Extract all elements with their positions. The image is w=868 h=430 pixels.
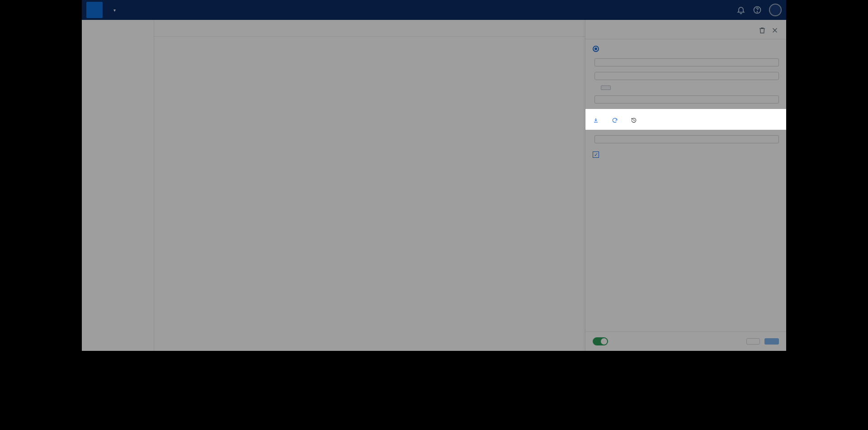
sp-metadata-input[interactable] — [594, 95, 779, 104]
avatar[interactable] — [769, 4, 782, 16]
bell-icon[interactable] — [736, 5, 745, 14]
history-icon — [631, 117, 637, 123]
save-button[interactable] — [764, 338, 779, 345]
rotate-icon — [612, 117, 618, 123]
sidebar-title — [85, 25, 151, 34]
trash-icon[interactable] — [758, 26, 766, 34]
choose-file-button[interactable] — [601, 85, 611, 90]
enabled-toggle[interactable] — [593, 337, 608, 345]
signout-url-input[interactable] — [594, 72, 779, 80]
app-logo[interactable] — [86, 2, 103, 18]
chevron-down-icon: ▾ — [113, 8, 116, 13]
sidebar — [82, 20, 154, 351]
manual-entry-radio[interactable] — [593, 46, 779, 52]
download-cert-link[interactable] — [593, 117, 602, 123]
rotate-cert-link[interactable] — [612, 117, 621, 123]
cert-expiry — [631, 117, 640, 123]
topbar: ▾ — [82, 0, 786, 20]
close-icon[interactable] — [771, 26, 779, 34]
checkbox-icon: ✓ — [593, 151, 599, 158]
signin-url-input[interactable] — [594, 58, 779, 66]
detail-panel: ✓ — [585, 20, 786, 351]
anaplan-cert-card — [585, 109, 786, 130]
sp-signout-input[interactable] — [594, 135, 779, 143]
signed-checkbox-row[interactable]: ✓ — [593, 151, 779, 158]
cancel-button[interactable] — [746, 338, 760, 345]
help-icon[interactable] — [753, 5, 762, 14]
topnav-administration[interactable]: ▾ — [111, 8, 116, 13]
svg-point-1 — [757, 12, 757, 12]
download-icon — [593, 117, 599, 123]
radio-selected-icon — [593, 46, 599, 52]
